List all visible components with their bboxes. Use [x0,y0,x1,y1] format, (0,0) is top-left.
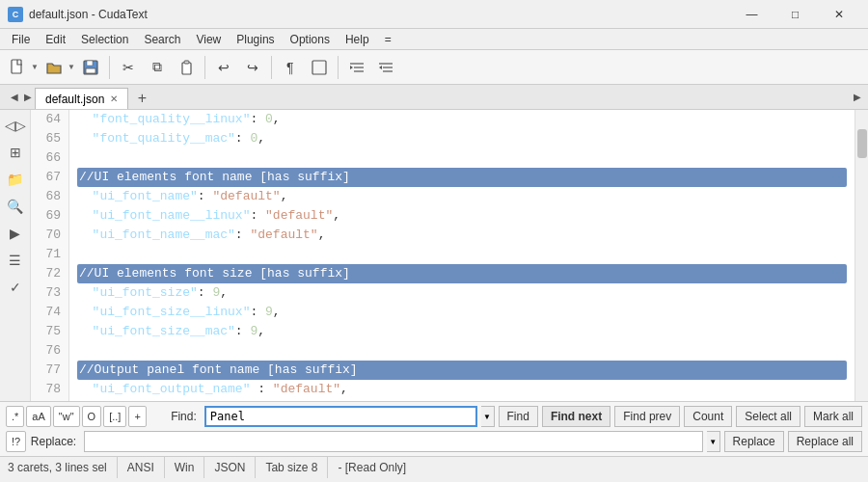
svg-rect-6 [312,61,326,74]
status-carets: 3 carets, 3 lines sel [8,457,118,478]
replace-all-button[interactable]: Replace all [788,431,862,452]
select-all-button[interactable]: Select all [736,406,800,427]
option-plus-button[interactable]: + [128,406,146,427]
option-o-button[interactable]: O [82,406,102,427]
code-line-74: "ui_font_size__linux": 9, [77,303,847,322]
code-line-65: "font_quality__mac": 0, [77,129,847,148]
titlebar: C default.json - CudaText — □ ✕ [0,0,868,29]
code-line-71 [77,245,847,264]
panel-icon-search[interactable]: 🔍 [4,195,27,218]
regex-button[interactable]: .* [6,406,24,427]
replace-button[interactable]: Replace [724,431,784,452]
window-controls: — □ ✕ [730,0,860,29]
open-dropdown-arrow[interactable]: ▼ [68,63,75,71]
tab-close-button[interactable]: ✕ [110,94,118,104]
tab-label: default.json [45,93,104,106]
menubar: FileEditSelectionSearchViewPluginsOption… [0,29,868,50]
find-dropdown-arrow[interactable]: ▼ [481,406,495,427]
mark-all-button[interactable]: Mark all [804,406,862,427]
status-syntax: JSON [204,457,256,478]
code-area[interactable]: "font_quality__linux": 0, "font_quality_… [69,110,854,401]
code-line-79: "ui_font_output_name__linux" : "default"… [77,399,847,401]
svg-marker-14 [379,66,382,69]
indent-more-button[interactable] [343,54,370,81]
code-line-77: //Output panel font name [has suffix] [77,361,847,380]
redo-button[interactable]: ↪ [239,54,266,81]
find-prev-button[interactable]: Find prev [614,406,680,427]
scrollbar-thumb[interactable] [857,129,867,158]
menu-item-search[interactable]: Search [136,29,188,50]
menu-item-selection[interactable]: Selection [73,29,136,50]
exclaim-button[interactable]: !? [6,431,26,452]
tabbar-right-arrow[interactable]: ▶ [851,86,864,107]
code-line-68: "ui_font_name": "default", [77,187,847,206]
toolbar-separator-4 [338,56,339,79]
code-line-64: "font_quality__linux": 0, [77,110,847,129]
tabbar-scroll-right: ▶ [851,84,864,109]
findbar: .* aA "w" O [..] + Find: ▼ Find Find nex… [0,401,868,456]
undo-button[interactable]: ↩ [210,54,237,81]
maximize-button[interactable]: □ [773,0,817,29]
code-line-75: "ui_font_size__mac": 9, [77,322,847,341]
status-eol: Win [165,457,205,478]
menu-item-options[interactable]: Options [283,29,338,50]
tab-prev-button[interactable]: ◀ [8,86,21,107]
new-file-button[interactable] [4,54,31,81]
menu-item-help[interactable]: Help [338,29,377,50]
code-line-66 [77,148,847,168]
open-file-button[interactable] [41,54,68,81]
cut-button[interactable]: ✂ [115,54,142,81]
panel-icon-navigate[interactable]: ◁▷ [4,114,27,137]
show-whitespace-button[interactable]: ¶ [277,54,304,81]
status-encoding: ANSI [118,457,165,478]
find-next-button[interactable]: Find next [542,406,610,427]
menu-item-plugins[interactable]: Plugins [229,29,282,50]
menu-item-edit[interactable]: Edit [38,29,73,50]
left-panel: ◁▷ ⊞ 📁 🔍 ▶ ☰ ✓ [0,110,31,401]
panel-icon-check[interactable]: ✓ [4,276,27,299]
option-dots-button[interactable]: [..] [103,406,126,427]
case-sensitive-button[interactable]: aA [26,406,50,427]
menu-item-=[interactable]: = [377,29,399,50]
status-readonly: - [Read Only] [328,457,416,478]
findbar-replace-row: !? Replace: ▼ Replace Replace all [6,431,862,452]
find-button[interactable]: Find [499,406,538,427]
svg-rect-2 [87,61,93,66]
new-dropdown-arrow[interactable]: ▼ [31,63,39,71]
minimize-button[interactable]: — [730,0,773,29]
tab-default-json[interactable]: default.json ✕ [35,88,128,109]
panel-icon-menu[interactable]: ☰ [4,249,27,272]
count-button[interactable]: Count [684,406,732,427]
close-button[interactable]: ✕ [817,0,860,29]
panel-icon-run[interactable]: ▶ [4,222,27,245]
code-line-72: //UI elements font size [has suffix] [77,264,847,283]
menu-item-file[interactable]: File [4,29,38,50]
word-wrap-button[interactable] [306,54,333,81]
save-file-button[interactable] [77,54,104,81]
replace-input[interactable] [84,431,702,452]
toolbar-separator-2 [204,56,205,79]
svg-rect-0 [12,60,21,73]
menu-item-view[interactable]: View [188,29,229,50]
editor: 64 65 66 67 68 69 70 71 72 73 74 75 76 7… [31,110,868,401]
tab-next-button[interactable]: ▶ [21,86,35,107]
toolbar-separator-1 [109,56,110,79]
toolbar-separator-3 [271,56,272,79]
toolbar: ▼ ▼ ✂ ⧉ ↩ ↪ ¶ [0,50,868,85]
whole-word-button[interactable]: "w" [53,406,80,427]
indent-less-button[interactable] [372,54,399,81]
new-tab-button[interactable]: + [131,88,152,109]
panel-icon-minimap[interactable]: ⊞ [4,141,27,164]
code-line-70: "ui_font_name__mac": "default", [77,226,847,245]
find-input[interactable] [204,406,477,427]
code-line-73: "ui_font_size": 9, [77,283,847,303]
statusbar: 3 carets, 3 lines sel ANSI Win JSON Tab … [0,456,868,477]
paste-button[interactable] [173,54,200,81]
vertical-scrollbar[interactable] [854,110,868,401]
replace-dropdown-arrow[interactable]: ▼ [707,431,720,452]
svg-rect-4 [182,63,191,74]
findbar-find-row: .* aA "w" O [..] + Find: ▼ Find Find nex… [6,406,862,427]
svg-rect-3 [86,68,95,73]
copy-button[interactable]: ⧉ [144,54,171,81]
panel-icon-files[interactable]: 📁 [4,168,27,191]
